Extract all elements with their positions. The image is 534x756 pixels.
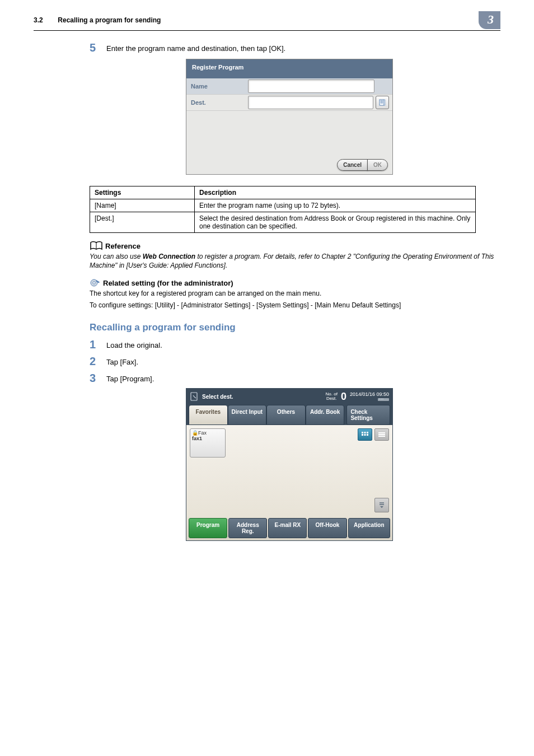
tab-addr-book[interactable]: Addr. Book (306, 405, 345, 425)
step-number: 1 (90, 339, 106, 350)
check-settings-button[interactable]: Check Settings (346, 405, 390, 425)
register-program-dialog: Register Program Name Dest. Cancel OK (186, 59, 393, 175)
svg-rect-9 (378, 398, 389, 401)
svg-rect-15 (367, 432, 368, 433)
step-number: 2 (90, 356, 106, 367)
ref-text-bold: Web Connection (143, 253, 195, 260)
related-setting-heading: Related setting (for the administrator) (90, 278, 500, 288)
timestamp: 2014/01/16 09:50 (350, 391, 389, 397)
name-input[interactable] (248, 80, 374, 93)
svg-rect-17 (364, 434, 366, 436)
reference-label: Reference (105, 242, 140, 250)
svg-rect-13 (362, 432, 363, 433)
ok-button[interactable]: OK (367, 159, 388, 171)
program-button[interactable]: Program (189, 518, 227, 538)
book-icon (90, 241, 103, 251)
step-text: Tap [Program]. (106, 372, 154, 384)
ref-text-pre: You can also use (90, 253, 143, 260)
dest-count: No. of Dest. (326, 392, 338, 401)
tab-others[interactable]: Others (266, 405, 306, 425)
view-list-button[interactable] (374, 428, 389, 441)
phone-doc-icon (190, 391, 200, 402)
dest-input[interactable] (248, 96, 373, 109)
th-settings: Settings (90, 186, 195, 199)
select-dest-title: Select dest. (202, 394, 233, 400)
svg-point-6 (93, 282, 95, 284)
email-rx-button[interactable]: E-mail RX (268, 518, 307, 538)
step-3: 3 Tap [Program]. (90, 372, 500, 384)
svg-rect-18 (367, 434, 368, 436)
svg-marker-24 (380, 506, 383, 508)
svg-rect-11 (381, 399, 382, 399)
off-hook-button[interactable]: Off-Hook (308, 518, 346, 538)
cell-setting: [Name] (90, 199, 195, 212)
related-line1: The shortcut key for a registered progra… (90, 289, 500, 298)
cell-setting: [Dest.] (90, 212, 195, 233)
list-icon (378, 432, 385, 437)
svg-rect-14 (364, 432, 366, 433)
svg-rect-12 (382, 399, 383, 399)
svg-rect-21 (378, 436, 385, 437)
step-text: Load the original. (106, 339, 162, 350)
select-dest-screen: Select dest. No. of Dest. 0 2014/01/16 0… (186, 388, 393, 541)
view-grid-button[interactable] (358, 428, 372, 441)
lock-icon: 🔒 (192, 430, 198, 436)
svg-rect-20 (378, 434, 385, 435)
section-title: Recalling a program for sending (58, 16, 161, 24)
scroll-down-button[interactable] (374, 498, 389, 512)
step-5: 5 Enter the program name and destination… (90, 42, 500, 53)
grid-icon (362, 432, 368, 437)
cell-desc: Enter the program name (using up to 72 b… (195, 199, 476, 212)
table-row: [Dest.] Select the desired destination f… (90, 212, 476, 233)
fav-type: Fax (198, 430, 207, 436)
address-reg-button[interactable]: Address Reg. (228, 518, 267, 538)
tab-direct-input[interactable]: Direct Input (228, 405, 267, 425)
dest-label: Dest. (190, 96, 248, 109)
related-label: Related setting (for the administrator) (103, 279, 233, 287)
step-1: 1 Load the original. (90, 339, 500, 350)
address-book-icon (379, 99, 386, 106)
th-description: Description (195, 186, 476, 199)
table-row: [Name] Enter the program name (using up … (90, 199, 476, 212)
name-label: Name (190, 80, 248, 93)
application-button[interactable]: Application (348, 518, 390, 538)
step-2: 2 Tap [Fax]. (90, 356, 500, 367)
svg-rect-1 (384, 100, 385, 105)
dest-count-label: No. of Dest. (326, 392, 338, 401)
chapter-badge: 3 (479, 11, 500, 29)
scroll-lines-icon (378, 502, 385, 508)
svg-rect-19 (378, 432, 385, 433)
settings-table: Settings Description [Name] Enter the pr… (90, 186, 476, 233)
reference-heading: Reference (90, 241, 500, 251)
page-header: 3.2 Recalling a program for sending 3 (34, 11, 500, 31)
step-number: 3 (90, 372, 106, 384)
related-line2: To configure settings: [Utility] - [Admi… (90, 301, 500, 310)
section-heading-recalling: Recalling a program for sending (90, 322, 500, 333)
dest-picker-button[interactable] (376, 96, 389, 109)
dialog-title: Register Program (186, 59, 392, 78)
dest-count-value: 0 (341, 391, 346, 403)
reference-text: You can also use Web Connection to regis… (90, 252, 500, 270)
svg-rect-16 (362, 434, 363, 436)
cancel-button[interactable]: Cancel (337, 159, 368, 171)
gear-wrench-icon (90, 278, 101, 288)
svg-rect-10 (379, 399, 380, 399)
step-text: Enter the program name and destination, … (106, 42, 285, 53)
step-number: 5 (90, 42, 106, 53)
step-text: Tap [Fax]. (106, 356, 138, 367)
tab-favorites[interactable]: Favorites (189, 405, 228, 425)
header-left: 3.2 Recalling a program for sending (34, 16, 161, 24)
fav-label: fax1 (192, 436, 202, 441)
section-number: 3.2 (34, 16, 56, 24)
keyboard-tray-icon (378, 397, 389, 402)
cell-desc: Select the desired destination from Addr… (195, 212, 476, 233)
favorite-item-fax1[interactable]: 🔒Fax fax1 (190, 428, 226, 458)
